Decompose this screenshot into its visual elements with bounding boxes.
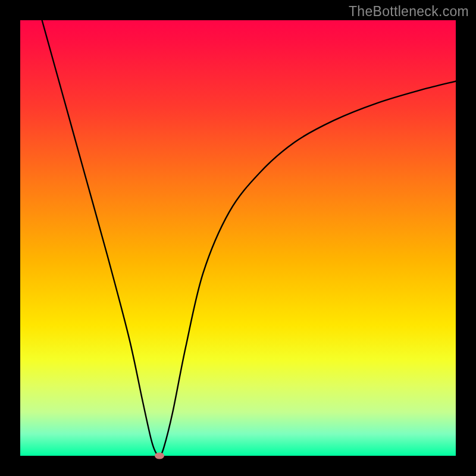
watermark-text: TheBottleneck.com <box>349 4 469 20</box>
plot-area <box>20 20 456 456</box>
chart-frame: TheBottleneck.com <box>0 0 476 476</box>
bottleneck-curve <box>20 20 456 456</box>
optimum-marker <box>155 453 164 459</box>
curve-path <box>42 20 456 456</box>
